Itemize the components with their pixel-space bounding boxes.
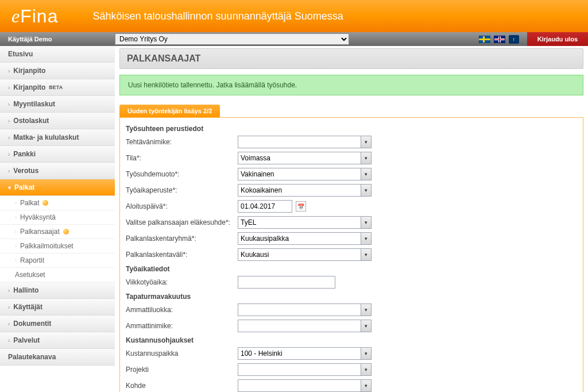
calendar-icon[interactable]: 📅 <box>296 201 306 212</box>
sidebar-item-hallinto[interactable]: › Hallinto <box>0 282 115 299</box>
sidebar-item-label: Kirjanpito <box>13 67 45 75</box>
sidebar-item-ostolaskut[interactable]: › Ostolaskut <box>0 113 115 129</box>
sidebar-item-label: Kirjanpito <box>13 83 45 91</box>
sidebar-item-kirjanpito-beta[interactable]: › Kirjanpito BETA <box>0 79 115 96</box>
sidebar-item-myyntilaskut[interactable]: › Myyntilaskut <box>0 96 115 113</box>
sidebar-item-palkat[interactable]: ▾ Palkat <box>0 179 115 196</box>
sidebar-item-home[interactable]: Etusivu <box>0 46 115 63</box>
logo-text: Fina <box>20 6 58 26</box>
chevron-down-icon: ▾ <box>8 185 11 191</box>
notify-dot-icon <box>63 229 69 235</box>
chevron-right-icon: › <box>8 68 10 74</box>
sidebar-item-label: Käyttäjät <box>13 303 42 311</box>
sidebar-item-label: Hallinto <box>13 286 38 294</box>
input-palkanlaskentavali[interactable] <box>238 248 361 261</box>
section-tyoaikatiedot: Työaikatiedot <box>126 265 577 273</box>
chevron-right-icon: › <box>15 200 17 206</box>
main-content: PALKANSAAJAT Uusi henkilötieto tallennet… <box>115 46 588 392</box>
section-kustannusohjaukset: Kustannusohjaukset <box>126 336 577 344</box>
sidebar-sub-palkkailmoitukset[interactable]: › Palkkailmoitukset <box>0 239 115 253</box>
label-kustannuspaikka: Kustannuspaikka <box>126 349 238 358</box>
sidebar-sub-palkat[interactable]: › Palkat <box>0 196 115 210</box>
dropdown-kustannuspaikka-icon[interactable]: ▾ <box>361 347 372 360</box>
input-kustannuspaikka[interactable] <box>238 347 361 360</box>
chevron-right-icon: › <box>8 168 10 174</box>
sidebar-item-kirjanpito[interactable]: › Kirjanpito <box>0 63 115 79</box>
label-palkanlaskentavali: Palkanlaskentaväli*: <box>126 251 238 259</box>
sidebar-sub-palkansaajat[interactable]: › Palkansaajat <box>0 225 115 239</box>
dropdown-tehtavanimike-icon[interactable]: ▾ <box>361 136 372 148</box>
company-select[interactable]: Demo Yritys Oy <box>115 33 349 45</box>
sidebar-sub-raportit[interactable]: › Raportit <box>0 253 115 268</box>
input-tyoaikaperuste[interactable] <box>238 184 361 197</box>
logo-prefix: e <box>11 6 20 26</box>
label-tyosuhdemuoto: Työsuhdemuoto*: <box>126 170 238 178</box>
label-tehtavanimike: Tehtävänimike: <box>126 138 238 146</box>
tab-new-employee[interactable]: Uuden työntekijän lisäys 2/2 <box>119 105 220 117</box>
sidebar-item-palvelut[interactable]: › Palvelut <box>0 332 115 349</box>
chevron-right-icon: › <box>8 337 10 344</box>
top-bar: Käyttäjä Demo Demo Yritys Oy ↑ Kirjaudu … <box>0 32 588 46</box>
sidebar-item-label: Ostolaskut <box>13 117 49 125</box>
input-viikkotyoaika[interactable] <box>238 276 335 289</box>
dropdown-projekti-icon[interactable]: ▾ <box>361 363 372 376</box>
input-projekti[interactable] <box>238 363 361 376</box>
dropdown-ammattiluokka-icon[interactable]: ▾ <box>361 303 372 316</box>
chevron-right-icon: › <box>8 151 10 157</box>
label-kohde: Kohde <box>126 382 238 390</box>
flag-uk-icon[interactable] <box>494 36 505 43</box>
input-ammattiluokka[interactable] <box>238 303 361 316</box>
chevron-right-icon: › <box>15 243 17 249</box>
sidebar-item-kayttajat[interactable]: › Käyttäjät <box>0 299 115 316</box>
dropdown-kohde-icon[interactable]: ▾ <box>361 379 372 392</box>
label-tila: Tila*: <box>126 154 238 162</box>
dropdown-elakesuhde-icon[interactable]: ▾ <box>361 216 372 229</box>
chevron-right-icon: › <box>8 84 10 91</box>
chevron-right-icon: › <box>15 229 17 235</box>
input-tila[interactable] <box>238 152 361 164</box>
notify-dot-icon <box>42 200 48 206</box>
sidebar-item-label: Palkkailmoitukset <box>20 242 74 250</box>
input-elakesuhde[interactable] <box>238 216 361 229</box>
label-ammattinimike: Ammattinimike: <box>126 322 238 330</box>
input-ammattinimike[interactable] <box>238 320 361 332</box>
sidebar-sub-hyvaksynta[interactable]: › Hyväksyntä <box>0 210 115 225</box>
upload-icon[interactable]: ↑ <box>509 35 519 44</box>
sidebar-item-label: Palautekanava <box>8 353 56 361</box>
chevron-right-icon: › <box>8 134 10 141</box>
sidebar-sub-asetukset[interactable]: Asetukset <box>0 268 115 282</box>
sidebar-item-label: Palkansaajat <box>20 228 60 236</box>
app-tagline: Sähköisen taloushallinnon suunnannäyttäj… <box>92 10 343 22</box>
dropdown-ammattinimike-icon[interactable]: ▾ <box>361 320 372 332</box>
sidebar-item-label: Verotus <box>13 167 38 175</box>
input-aloituspaiva[interactable] <box>238 200 292 213</box>
company-select-wrap: Demo Yritys Oy <box>115 33 349 45</box>
lang-switcher: ↑ <box>479 35 519 44</box>
dropdown-palkanlaskentavali-icon[interactable]: ▾ <box>361 248 372 261</box>
input-tehtavanimike[interactable] <box>238 136 361 148</box>
logout-button[interactable]: Kirjaudu ulos <box>527 32 588 46</box>
beta-badge: BETA <box>49 84 63 90</box>
sidebar-item-dokumentit[interactable]: › Dokumentit <box>0 316 115 332</box>
app-header: eFina Sähköisen taloushallinnon suunnann… <box>0 0 588 32</box>
sidebar-item-label: Palkat <box>14 183 34 191</box>
dropdown-tyosuhdemuoto-icon[interactable]: ▾ <box>361 168 372 180</box>
flag-sweden-icon[interactable] <box>479 36 490 43</box>
dropdown-tyoaikaperuste-icon[interactable]: ▾ <box>361 184 372 197</box>
label-aloituspaiva: Aloituspäivä*: <box>126 202 238 210</box>
chevron-right-icon: › <box>15 214 17 220</box>
dropdown-palkanlaskentaryhma-icon[interactable]: ▾ <box>361 232 372 245</box>
sidebar-item-verotus[interactable]: › Verotus <box>0 163 115 179</box>
dropdown-tila-icon[interactable]: ▾ <box>361 152 372 164</box>
sidebar-item-pankki[interactable]: › Pankki <box>0 146 115 163</box>
sidebar-item-label: Etusivu <box>8 50 33 58</box>
sidebar-item-label: Myyntilaskut <box>13 100 55 108</box>
sidebar-item-palautekanava[interactable]: Palautekanava <box>0 349 115 366</box>
sidebar-item-matka-kululaskut[interactable]: › Matka- ja kululaskut <box>0 129 115 146</box>
input-palkanlaskentaryhma[interactable] <box>238 232 361 245</box>
input-tyosuhdemuoto[interactable] <box>238 168 361 180</box>
input-kohde[interactable] <box>238 379 361 392</box>
chevron-right-icon: › <box>8 101 10 107</box>
label-tyoaikaperuste: Työaikaperuste*: <box>126 186 238 194</box>
chevron-right-icon: › <box>8 321 10 327</box>
